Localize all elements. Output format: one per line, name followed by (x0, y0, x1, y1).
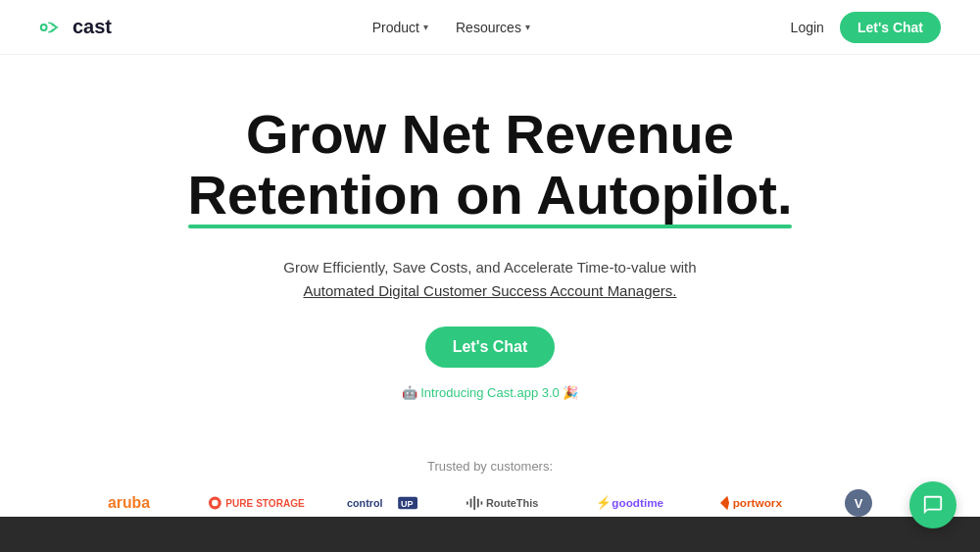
logo-routethis: RouteThis (466, 493, 564, 513)
hero-title: Grow Net Revenue Retention on Autopilot. (188, 104, 793, 225)
svg-text:UP: UP (401, 499, 414, 509)
nav-actions: Login Let's Chat (791, 12, 941, 43)
dark-section: View Digital CSMs Present, Engage, Answe… (0, 517, 980, 552)
nav-links: Product ▾ Resources ▾ (372, 20, 530, 35)
chevron-down-icon: ▾ (525, 22, 530, 32)
svg-text:PURE STORAGE: PURE STORAGE (225, 498, 305, 509)
logo-v: V (845, 489, 872, 517)
svg-text:portworx: portworx (733, 496, 783, 509)
chat-icon (922, 494, 944, 516)
hero-announcement: 🤖 Introducing Cast.app 3.0 🎉 (402, 385, 579, 400)
svg-rect-10 (470, 499, 472, 508)
svg-rect-9 (466, 501, 468, 505)
trusted-section: Trusted by customers: aruba PURE STORAGE… (0, 459, 980, 517)
svg-text:control: control (347, 497, 383, 509)
nav-cta-button[interactable]: Let's Chat (840, 12, 941, 43)
hero-title-underlined: Retention on Autopilot. (188, 165, 793, 226)
trusted-label: Trusted by customers: (427, 459, 553, 474)
logo-portworx: portworx (720, 493, 813, 513)
nav-product[interactable]: Product ▾ (372, 20, 428, 35)
svg-text:⚡: ⚡ (596, 495, 612, 511)
logo-controlup: control UP (347, 493, 435, 513)
hero-section: Grow Net Revenue Retention on Autopilot.… (0, 55, 980, 429)
logo-text: cast (73, 16, 112, 38)
logos-row: aruba PURE STORAGE control UP (108, 489, 872, 517)
nav-resources[interactable]: Resources ▾ (456, 20, 530, 35)
chat-fab-button[interactable] (909, 481, 956, 528)
hero-subtitle: Grow Efficiently, Save Costs, and Accele… (283, 256, 696, 303)
logo-aruba: aruba (108, 493, 176, 513)
logo-icon (39, 19, 67, 36)
navbar: cast Product ▾ Resources ▾ Login Let's C… (0, 0, 980, 55)
dark-title: View Digital CSMs Present, Engage, Answe… (39, 548, 941, 552)
svg-marker-17 (720, 496, 729, 510)
logo[interactable]: cast (39, 16, 112, 38)
svg-text:goodtime: goodtime (612, 496, 663, 509)
svg-point-4 (212, 500, 218, 506)
announcement-link[interactable]: 🤖 Introducing Cast.app 3.0 🎉 (402, 385, 579, 400)
svg-rect-13 (481, 501, 483, 505)
svg-text:RouteThis: RouteThis (486, 497, 538, 509)
logo-purestorage: PURE STORAGE (208, 493, 316, 513)
svg-rect-11 (473, 496, 475, 511)
svg-point-1 (42, 25, 46, 29)
hero-cta-button[interactable]: Let's Chat (425, 326, 556, 368)
chevron-down-icon: ▾ (423, 22, 428, 32)
svg-text:aruba: aruba (108, 494, 150, 511)
hero-subtitle-link[interactable]: Automated Digital Customer Success Accou… (303, 282, 676, 299)
svg-rect-12 (477, 499, 479, 508)
login-link[interactable]: Login (791, 20, 824, 35)
logo-goodtime: ⚡ goodtime (596, 493, 689, 513)
